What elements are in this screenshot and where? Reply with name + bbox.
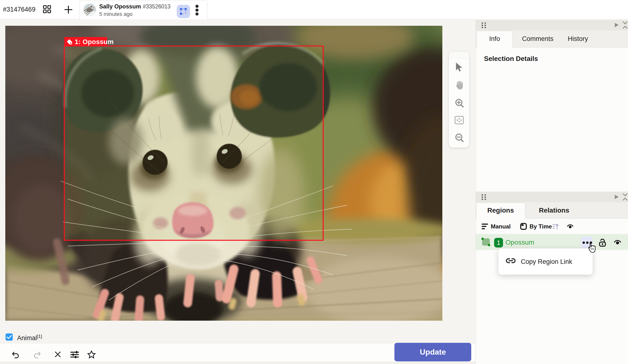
- svg-text:1: Opossum: 1: Opossum: [75, 38, 114, 46]
